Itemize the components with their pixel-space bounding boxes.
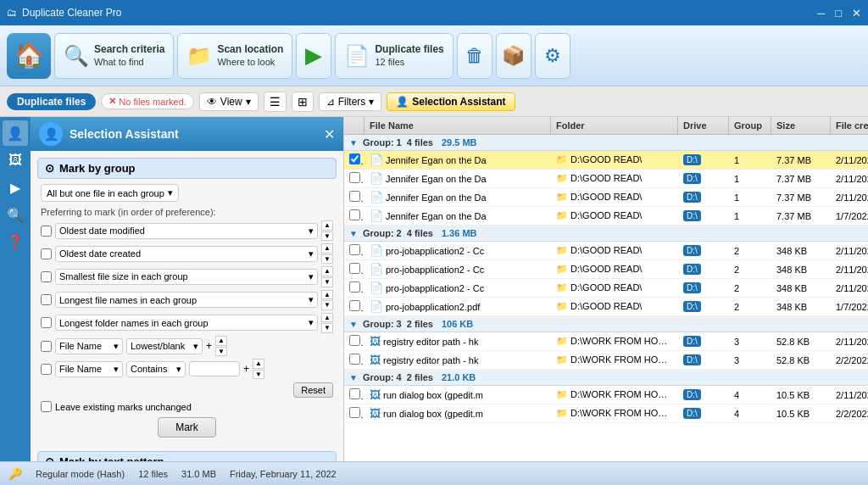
group-3-collapse[interactable]: ▼ bbox=[349, 320, 358, 329]
pref-check-1[interactable] bbox=[41, 226, 52, 237]
list-view-button[interactable]: ☰ bbox=[264, 92, 287, 112]
file-check[interactable] bbox=[349, 172, 360, 183]
view-button[interactable]: 👁 View ▾ bbox=[199, 92, 259, 111]
table-row[interactable]: 📄pro-jobapplication2 - Cc 📁 D:\GOOD READ… bbox=[344, 279, 868, 298]
file-check[interactable] bbox=[349, 244, 360, 255]
up-btn-2[interactable]: ▲ bbox=[321, 243, 333, 254]
search-criteria-button[interactable]: 🔍 Search criteria What to find bbox=[54, 33, 174, 79]
duplicate-files-button[interactable]: 📄 Duplicate files 12 files bbox=[335, 33, 453, 79]
file-check[interactable] bbox=[349, 282, 360, 293]
maximize-button[interactable]: □ bbox=[835, 7, 842, 20]
duplicate-files-tab[interactable]: Duplicate files bbox=[7, 93, 96, 110]
up-btn-4[interactable]: ▲ bbox=[321, 290, 333, 300]
table-row[interactable]: 🖼registry editor path - hk 📁 D:\WORK FRO… bbox=[344, 351, 868, 370]
table-row[interactable]: 📄pro-jobapplication2 - Cc 📁 D:\GOOD READ… bbox=[344, 260, 868, 279]
file-check[interactable] bbox=[349, 354, 360, 365]
file-check[interactable] bbox=[349, 263, 360, 274]
up-btn-6[interactable]: ▲ bbox=[215, 336, 227, 346]
group-4-collapse[interactable]: ▼ bbox=[349, 373, 358, 382]
down-btn-5[interactable]: ▼ bbox=[321, 323, 333, 333]
table-row[interactable]: 📄pro-jobapplication2 - Cc 📁 D:\GOOD READ… bbox=[344, 242, 868, 260]
down-btn-1[interactable]: ▼ bbox=[321, 231, 333, 242]
selection-assistant-button[interactable]: 👤 Selection Assistant bbox=[387, 92, 515, 111]
down-btn-3[interactable]: ▼ bbox=[321, 277, 333, 287]
sidebar-icon-user[interactable]: 👤 bbox=[3, 120, 28, 146]
sidebar-icon-help[interactable]: ❓ bbox=[3, 229, 28, 254]
col-header-size[interactable]: Size bbox=[771, 117, 831, 134]
delete-button[interactable]: 🗑 bbox=[457, 33, 492, 79]
mark-by-group-header[interactable]: ⊙ Mark by group bbox=[37, 158, 337, 179]
table-row[interactable]: 📄Jennifer Egan on the Da 📁 D:\GOOD READ\… bbox=[344, 188, 868, 207]
down-btn-6[interactable]: ▼ bbox=[215, 347, 227, 357]
table-row[interactable]: 🖼run dialog box (gpedit.m 📁 D:\WORK FROM… bbox=[344, 404, 868, 423]
down-btn-4[interactable]: ▼ bbox=[321, 300, 333, 310]
sidebar-icon-search[interactable]: 🔍 bbox=[3, 202, 28, 227]
col-header-check[interactable] bbox=[344, 117, 364, 134]
col-header-group[interactable]: Group bbox=[729, 117, 771, 134]
leave-unchanged-check[interactable] bbox=[41, 401, 52, 412]
pref-check-5[interactable] bbox=[41, 317, 52, 328]
file-check[interactable] bbox=[349, 407, 360, 418]
export-button[interactable]: 📦 bbox=[496, 33, 531, 79]
pref-dropdown-3[interactable]: Smallest file size in each group▾ bbox=[55, 269, 318, 285]
group-1-collapse[interactable]: ▼ bbox=[349, 138, 358, 148]
scan-button[interactable]: ▶ bbox=[296, 33, 331, 79]
pref-check-2[interactable] bbox=[41, 248, 52, 259]
col-header-name[interactable]: File Name bbox=[364, 117, 551, 134]
close-panel-button[interactable]: ✕ bbox=[324, 126, 335, 142]
table-row[interactable]: 📄Jennifer Egan on the Da 📁 D:\GOOD READ\… bbox=[344, 151, 868, 170]
pref-dropdown-7a[interactable]: File Name▾ bbox=[55, 361, 123, 377]
col-header-created[interactable]: File created bbox=[831, 117, 868, 134]
up-btn-3[interactable]: ▲ bbox=[321, 266, 333, 276]
settings-button[interactable]: ⚙ bbox=[535, 33, 570, 79]
group-1-size: 29.5 MB bbox=[442, 137, 477, 148]
table-row[interactable]: 🖼registry editor path - hk 📁 D:\WORK FRO… bbox=[344, 332, 868, 351]
file-check[interactable] bbox=[349, 300, 360, 311]
close-button[interactable]: ✕ bbox=[852, 7, 861, 20]
mark-button[interactable]: Mark bbox=[158, 417, 216, 438]
scope-dropdown[interactable]: All but one file in each group ▾ bbox=[41, 184, 179, 202]
pref-dropdown-1[interactable]: Oldest date modified▾ bbox=[55, 223, 318, 239]
file-check[interactable] bbox=[349, 191, 360, 202]
grid-view-button[interactable]: ⊞ bbox=[292, 92, 314, 112]
add-btn-6[interactable]: + bbox=[206, 340, 212, 352]
add-btn-7[interactable]: + bbox=[243, 363, 249, 375]
down-btn-2[interactable]: ▼ bbox=[321, 254, 333, 265]
minimize-button[interactable]: ─ bbox=[817, 7, 825, 20]
pref-dropdown-4[interactable]: Longest file names in each group▾ bbox=[55, 292, 318, 308]
no-files-marked-tag[interactable]: ✕ No files marked. bbox=[101, 93, 193, 109]
pref-dropdown-6a[interactable]: File Name▾ bbox=[55, 338, 123, 354]
reset-button[interactable]: Reset bbox=[293, 382, 333, 398]
pref-check-6[interactable] bbox=[41, 341, 52, 352]
pref-dropdown-2[interactable]: Oldest date created▾ bbox=[55, 246, 318, 262]
table-row[interactable]: 📄pro-jobapplication2.pdf 📁 D:\GOOD READ\… bbox=[344, 298, 868, 316]
sidebar-icon-play[interactable]: ▶ bbox=[3, 175, 28, 200]
scan-location-button[interactable]: 📁 Scan location Where to look bbox=[177, 33, 292, 79]
contains-input-7[interactable] bbox=[189, 361, 240, 376]
file-check[interactable] bbox=[349, 209, 360, 220]
pref-dropdown-7b[interactable]: Contains▾ bbox=[126, 361, 186, 377]
pref-check-4[interactable] bbox=[41, 294, 52, 305]
filters-button[interactable]: ⊿ Filters ▾ bbox=[319, 92, 382, 111]
file-check[interactable] bbox=[349, 335, 360, 346]
table-row[interactable]: 📄Jennifer Egan on the Da 📁 D:\GOOD READ\… bbox=[344, 170, 868, 188]
file-check[interactable] bbox=[349, 153, 360, 164]
up-btn-5[interactable]: ▲ bbox=[321, 313, 333, 323]
sidebar-icon-image[interactable]: 🖼 bbox=[3, 148, 28, 173]
down-btn-7[interactable]: ▼ bbox=[253, 370, 264, 380]
home-button[interactable]: 🏠 bbox=[7, 33, 51, 79]
pref-check-3[interactable] bbox=[41, 271, 52, 282]
col-header-drive[interactable]: Drive bbox=[678, 117, 729, 134]
up-btn-1[interactable]: ▲ bbox=[321, 220, 333, 231]
pref-check-7[interactable] bbox=[41, 364, 52, 375]
table-row[interactable]: 🖼run dialog box (gpedit.m 📁 D:\WORK FROM… bbox=[344, 386, 868, 404]
table-row[interactable]: 📄Jennifer Egan on the Da 📁 D:\GOOD READ\… bbox=[344, 207, 868, 226]
pref-dropdown-5[interactable]: Longest folder names in each group▾ bbox=[55, 315, 318, 331]
pref-dropdown-6b[interactable]: Lowest/blank▾ bbox=[126, 338, 203, 354]
up-btn-7[interactable]: ▲ bbox=[253, 359, 264, 369]
group-2-collapse[interactable]: ▼ bbox=[349, 229, 358, 238]
col-header-folder[interactable]: Folder bbox=[551, 117, 678, 134]
clear-mark-icon[interactable]: ✕ bbox=[108, 96, 116, 107]
file-check[interactable] bbox=[349, 388, 360, 399]
mark-by-text-header[interactable]: ⊙ Mark by text pattern bbox=[37, 451, 337, 461]
